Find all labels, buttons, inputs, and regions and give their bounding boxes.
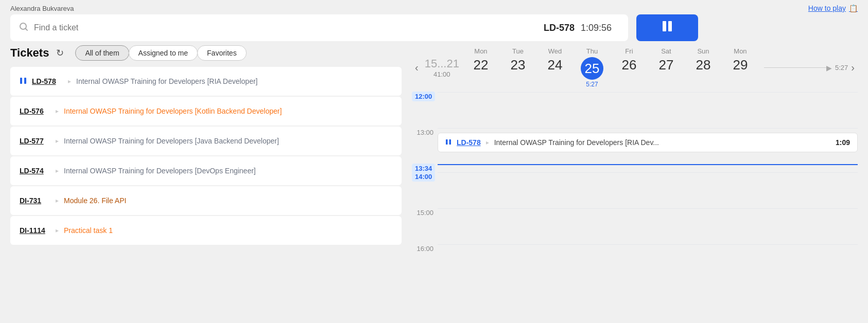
how-to-play-text: How to play — [808, 4, 846, 12]
time-slot-1400: 14:00 — [412, 172, 858, 208]
ticket-name: Module 26. File API — [64, 196, 126, 205]
cal-day-name: Mon — [734, 47, 747, 55]
cal-day-name — [441, 47, 443, 55]
pause-button[interactable] — [636, 14, 698, 41]
event-duration: 1:09 — [836, 138, 850, 147]
time-slot-1600: 16:00 — [412, 244, 858, 280]
svg-line-1 — [26, 28, 28, 30]
svg-rect-7 — [449, 139, 452, 145]
filter-tabs: All of them Assigned to me Favorites — [75, 45, 246, 61]
right-panel: ‹ 15...21 41:00 Mon 22 Tue 23 — [402, 45, 858, 280]
search-timer-row: LD-578 1:09:56 — [0, 14, 868, 45]
ticket-item: LD-574 ▸ Internal OWASP Training for Dev… — [10, 156, 402, 185]
ticket-pause-icon — [20, 77, 27, 86]
slot-content-1500 — [438, 208, 858, 244]
cal-day-name: Wed — [548, 47, 562, 55]
cal-day-num: 28 — [696, 57, 710, 73]
timer-display: LD-578 1:09:56 — [544, 23, 620, 33]
cal-day-sub: 5:27 — [586, 81, 598, 88]
ticket-arrow: ▸ — [56, 197, 59, 204]
search-box: LD-578 1:09:56 — [10, 14, 628, 41]
slot-content-1300: LD-578 ▸ Internal OWASP Training for Dev… — [438, 128, 858, 164]
current-time-line — [438, 164, 858, 165]
cal-day-29: Mon 29 — [722, 45, 759, 75]
ticket-list: LD-578 ▸ Internal OWASP Training for Dev… — [10, 67, 402, 245]
time-slot-current: 13:34 — [412, 164, 858, 172]
time-slot-1200: 12:00 — [412, 92, 858, 128]
time-label-1300: 13:00 — [416, 129, 433, 136]
search-input[interactable] — [34, 23, 539, 32]
ticket-item: LD-577 ▸ Internal OWASP Training for Dev… — [10, 127, 402, 155]
ticket-arrow: ▸ — [56, 107, 59, 115]
ticket-id[interactable]: LD-576 — [20, 107, 50, 115]
ticket-item: LD-578 ▸ Internal OWASP Training for Dev… — [10, 67, 402, 96]
ticket-id[interactable]: LD-578 — [32, 77, 63, 85]
ticket-item: DI-1114 ▸ Practical task 1 — [10, 216, 402, 245]
top-bar: Alexandra Bukvareva How to play 📋 — [0, 0, 868, 14]
ticket-item: LD-576 ▸ Internal OWASP Training for Dev… — [10, 97, 402, 125]
cal-days-grid: 15...21 41:00 Mon 22 Tue 23 Wed 24 — [422, 45, 759, 90]
filter-tab-assigned[interactable]: Assigned to me — [129, 45, 198, 61]
main-content: Tickets ↻ All of them Assigned to me Fav… — [0, 45, 868, 280]
time-label-1500: 15:00 — [416, 209, 433, 217]
time-slot-1500: 15:00 — [412, 208, 858, 244]
cal-day-26: Fri 26 — [611, 45, 648, 75]
cal-day-22: Mon 22 — [462, 45, 499, 75]
ticket-arrow: ▸ — [56, 227, 59, 234]
left-panel: Tickets ↻ All of them Assigned to me Fav… — [10, 45, 402, 280]
event-pause-icon — [445, 138, 452, 147]
tickets-title: Tickets — [10, 46, 49, 60]
refresh-icon[interactable]: ↻ — [56, 47, 64, 59]
cal-day-range: 15...21 41:00 — [422, 45, 462, 80]
cal-day-28: Sun 28 — [685, 45, 722, 75]
ticket-id[interactable]: DI-1114 — [20, 226, 50, 235]
filter-tab-all[interactable]: All of them — [75, 45, 129, 61]
cal-day-num: 26 — [621, 57, 636, 73]
book-icon: 📋 — [849, 4, 858, 12]
ticket-name: Internal OWASP Training for Developers [… — [64, 137, 279, 145]
user-name: Alexandra Bukvareva — [10, 5, 74, 12]
cal-day-num: 27 — [658, 57, 673, 73]
ticket-arrow: ▸ — [68, 78, 71, 85]
cal-day-name: Mon — [474, 47, 487, 55]
ticket-item: DI-731 ▸ Module 26. File API — [10, 186, 402, 215]
search-icon — [19, 22, 29, 34]
ticket-id[interactable]: LD-577 — [20, 137, 50, 145]
pause-icon — [659, 18, 675, 38]
svg-rect-5 — [24, 78, 26, 84]
cal-prev-button[interactable]: ‹ — [412, 62, 422, 74]
cal-day-name: Sat — [661, 47, 671, 55]
time-label-1600: 16:00 — [416, 245, 433, 253]
timer-value: 1:09:56 — [581, 23, 612, 33]
time-label-1200: 12:00 — [412, 92, 435, 101]
event-block: LD-578 ▸ Internal OWASP Training for Dev… — [438, 133, 858, 152]
event-name: Internal OWASP Training for Developers [… — [494, 138, 830, 147]
cal-day-24: Wed 24 — [536, 45, 574, 75]
ticket-arrow: ▸ — [56, 167, 59, 174]
cal-day-num: 29 — [733, 57, 748, 73]
cal-next-button[interactable]: › — [848, 62, 858, 74]
timeline-end-time: 5:27 — [835, 64, 848, 71]
slot-content-1600 — [438, 244, 858, 280]
svg-rect-4 — [20, 78, 22, 84]
event-id[interactable]: LD-578 — [457, 138, 481, 147]
cal-day-num: 24 — [547, 57, 562, 73]
cal-total: 41:00 — [433, 70, 450, 78]
cal-range-num: 15...21 — [425, 57, 459, 70]
ticket-id[interactable]: DI-731 — [20, 196, 50, 205]
cal-day-num-today: 25 — [581, 57, 603, 80]
slot-content-1200 — [438, 92, 858, 128]
cal-day-name: Tue — [512, 47, 524, 55]
cal-day-25-today: Thu 25 5:27 — [574, 45, 611, 90]
how-to-play-link[interactable]: How to play 📋 — [808, 4, 858, 12]
ticket-arrow: ▸ — [56, 137, 59, 145]
filter-tab-favorites[interactable]: Favorites — [197, 45, 247, 61]
svg-rect-2 — [663, 21, 666, 31]
active-ticket-id: LD-578 — [544, 23, 575, 33]
ticket-name: Internal OWASP Training for Developers [… — [64, 107, 282, 115]
tickets-header: Tickets ↻ All of them Assigned to me Fav… — [10, 45, 402, 61]
ticket-id[interactable]: LD-574 — [20, 167, 50, 175]
svg-rect-6 — [446, 139, 448, 145]
cal-day-name: Thu — [586, 47, 598, 55]
ticket-name: Internal OWASP Training for Developers [… — [76, 77, 258, 85]
